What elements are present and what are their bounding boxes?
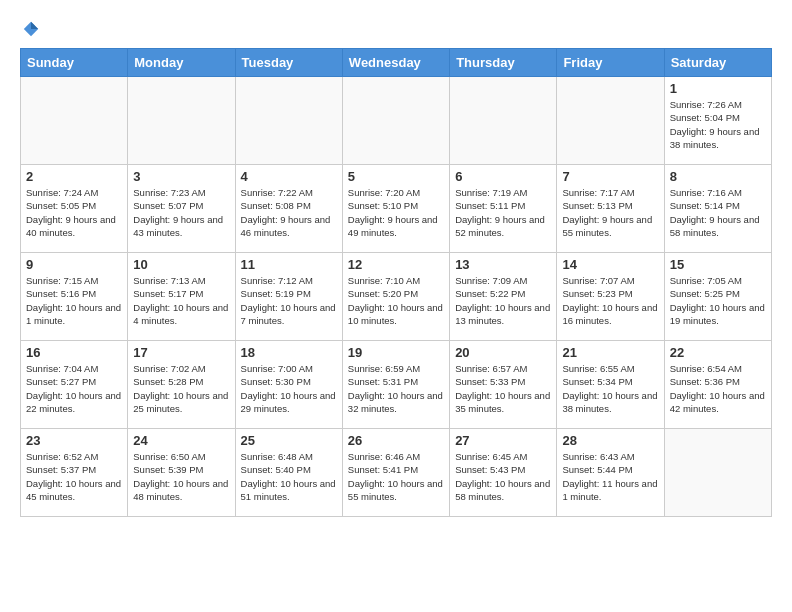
day-info: Sunrise: 7:12 AM Sunset: 5:19 PM Dayligh…: [241, 274, 337, 327]
calendar-week-row: 16Sunrise: 7:04 AM Sunset: 5:27 PM Dayli…: [21, 341, 772, 429]
day-info: Sunrise: 7:07 AM Sunset: 5:23 PM Dayligh…: [562, 274, 658, 327]
day-info: Sunrise: 7:24 AM Sunset: 5:05 PM Dayligh…: [26, 186, 122, 239]
day-number: 1: [670, 81, 766, 96]
calendar-cell: 26Sunrise: 6:46 AM Sunset: 5:41 PM Dayli…: [342, 429, 449, 517]
weekday-header-thursday: Thursday: [450, 49, 557, 77]
day-number: 27: [455, 433, 551, 448]
day-number: 24: [133, 433, 229, 448]
calendar-cell: 8Sunrise: 7:16 AM Sunset: 5:14 PM Daylig…: [664, 165, 771, 253]
day-info: Sunrise: 7:00 AM Sunset: 5:30 PM Dayligh…: [241, 362, 337, 415]
svg-marker-1: [31, 22, 38, 29]
day-number: 15: [670, 257, 766, 272]
day-number: 10: [133, 257, 229, 272]
calendar-cell: 11Sunrise: 7:12 AM Sunset: 5:19 PM Dayli…: [235, 253, 342, 341]
weekday-header-friday: Friday: [557, 49, 664, 77]
day-number: 7: [562, 169, 658, 184]
calendar-cell: 17Sunrise: 7:02 AM Sunset: 5:28 PM Dayli…: [128, 341, 235, 429]
page-header: [20, 20, 772, 38]
day-number: 9: [26, 257, 122, 272]
weekday-header-tuesday: Tuesday: [235, 49, 342, 77]
calendar-cell: [450, 77, 557, 165]
weekday-header-saturday: Saturday: [664, 49, 771, 77]
calendar-cell: 19Sunrise: 6:59 AM Sunset: 5:31 PM Dayli…: [342, 341, 449, 429]
day-info: Sunrise: 6:48 AM Sunset: 5:40 PM Dayligh…: [241, 450, 337, 503]
calendar-cell: [235, 77, 342, 165]
day-info: Sunrise: 7:13 AM Sunset: 5:17 PM Dayligh…: [133, 274, 229, 327]
calendar-cell: [557, 77, 664, 165]
calendar-cell: 27Sunrise: 6:45 AM Sunset: 5:43 PM Dayli…: [450, 429, 557, 517]
day-number: 23: [26, 433, 122, 448]
day-info: Sunrise: 7:15 AM Sunset: 5:16 PM Dayligh…: [26, 274, 122, 327]
calendar-cell: [664, 429, 771, 517]
day-number: 6: [455, 169, 551, 184]
day-number: 2: [26, 169, 122, 184]
day-info: Sunrise: 6:54 AM Sunset: 5:36 PM Dayligh…: [670, 362, 766, 415]
day-info: Sunrise: 7:26 AM Sunset: 5:04 PM Dayligh…: [670, 98, 766, 151]
calendar-cell: 2Sunrise: 7:24 AM Sunset: 5:05 PM Daylig…: [21, 165, 128, 253]
day-number: 19: [348, 345, 444, 360]
day-info: Sunrise: 7:16 AM Sunset: 5:14 PM Dayligh…: [670, 186, 766, 239]
calendar-cell: 21Sunrise: 6:55 AM Sunset: 5:34 PM Dayli…: [557, 341, 664, 429]
calendar-cell: 6Sunrise: 7:19 AM Sunset: 5:11 PM Daylig…: [450, 165, 557, 253]
calendar-week-row: 23Sunrise: 6:52 AM Sunset: 5:37 PM Dayli…: [21, 429, 772, 517]
calendar-table: SundayMondayTuesdayWednesdayThursdayFrid…: [20, 48, 772, 517]
day-number: 17: [133, 345, 229, 360]
calendar-cell: [128, 77, 235, 165]
day-number: 25: [241, 433, 337, 448]
day-number: 12: [348, 257, 444, 272]
calendar-cell: 12Sunrise: 7:10 AM Sunset: 5:20 PM Dayli…: [342, 253, 449, 341]
calendar-cell: 10Sunrise: 7:13 AM Sunset: 5:17 PM Dayli…: [128, 253, 235, 341]
calendar-cell: 23Sunrise: 6:52 AM Sunset: 5:37 PM Dayli…: [21, 429, 128, 517]
calendar-week-row: 1Sunrise: 7:26 AM Sunset: 5:04 PM Daylig…: [21, 77, 772, 165]
day-info: Sunrise: 7:17 AM Sunset: 5:13 PM Dayligh…: [562, 186, 658, 239]
day-info: Sunrise: 7:19 AM Sunset: 5:11 PM Dayligh…: [455, 186, 551, 239]
calendar-cell: 7Sunrise: 7:17 AM Sunset: 5:13 PM Daylig…: [557, 165, 664, 253]
day-info: Sunrise: 7:04 AM Sunset: 5:27 PM Dayligh…: [26, 362, 122, 415]
day-number: 5: [348, 169, 444, 184]
day-info: Sunrise: 6:55 AM Sunset: 5:34 PM Dayligh…: [562, 362, 658, 415]
day-number: 14: [562, 257, 658, 272]
calendar-cell: [21, 77, 128, 165]
calendar-cell: 24Sunrise: 6:50 AM Sunset: 5:39 PM Dayli…: [128, 429, 235, 517]
day-number: 22: [670, 345, 766, 360]
day-number: 3: [133, 169, 229, 184]
day-info: Sunrise: 6:46 AM Sunset: 5:41 PM Dayligh…: [348, 450, 444, 503]
logo-icon: [22, 20, 40, 38]
day-number: 8: [670, 169, 766, 184]
day-info: Sunrise: 7:05 AM Sunset: 5:25 PM Dayligh…: [670, 274, 766, 327]
calendar-cell: 1Sunrise: 7:26 AM Sunset: 5:04 PM Daylig…: [664, 77, 771, 165]
day-info: Sunrise: 6:57 AM Sunset: 5:33 PM Dayligh…: [455, 362, 551, 415]
day-info: Sunrise: 6:45 AM Sunset: 5:43 PM Dayligh…: [455, 450, 551, 503]
calendar-cell: 22Sunrise: 6:54 AM Sunset: 5:36 PM Dayli…: [664, 341, 771, 429]
day-number: 11: [241, 257, 337, 272]
day-info: Sunrise: 6:43 AM Sunset: 5:44 PM Dayligh…: [562, 450, 658, 503]
calendar-cell: 16Sunrise: 7:04 AM Sunset: 5:27 PM Dayli…: [21, 341, 128, 429]
day-info: Sunrise: 6:50 AM Sunset: 5:39 PM Dayligh…: [133, 450, 229, 503]
day-info: Sunrise: 6:59 AM Sunset: 5:31 PM Dayligh…: [348, 362, 444, 415]
day-number: 13: [455, 257, 551, 272]
logo: [20, 20, 40, 38]
calendar-cell: 20Sunrise: 6:57 AM Sunset: 5:33 PM Dayli…: [450, 341, 557, 429]
day-info: Sunrise: 7:02 AM Sunset: 5:28 PM Dayligh…: [133, 362, 229, 415]
day-info: Sunrise: 7:20 AM Sunset: 5:10 PM Dayligh…: [348, 186, 444, 239]
calendar-cell: 3Sunrise: 7:23 AM Sunset: 5:07 PM Daylig…: [128, 165, 235, 253]
day-info: Sunrise: 7:23 AM Sunset: 5:07 PM Dayligh…: [133, 186, 229, 239]
weekday-header-monday: Monday: [128, 49, 235, 77]
calendar-cell: 4Sunrise: 7:22 AM Sunset: 5:08 PM Daylig…: [235, 165, 342, 253]
calendar-cell: 15Sunrise: 7:05 AM Sunset: 5:25 PM Dayli…: [664, 253, 771, 341]
calendar-cell: 9Sunrise: 7:15 AM Sunset: 5:16 PM Daylig…: [21, 253, 128, 341]
day-number: 28: [562, 433, 658, 448]
day-number: 26: [348, 433, 444, 448]
calendar-cell: 5Sunrise: 7:20 AM Sunset: 5:10 PM Daylig…: [342, 165, 449, 253]
day-info: Sunrise: 7:22 AM Sunset: 5:08 PM Dayligh…: [241, 186, 337, 239]
day-number: 4: [241, 169, 337, 184]
calendar-cell: 13Sunrise: 7:09 AM Sunset: 5:22 PM Dayli…: [450, 253, 557, 341]
day-number: 20: [455, 345, 551, 360]
day-number: 18: [241, 345, 337, 360]
calendar-cell: 14Sunrise: 7:07 AM Sunset: 5:23 PM Dayli…: [557, 253, 664, 341]
weekday-header-sunday: Sunday: [21, 49, 128, 77]
day-info: Sunrise: 7:10 AM Sunset: 5:20 PM Dayligh…: [348, 274, 444, 327]
day-number: 21: [562, 345, 658, 360]
day-info: Sunrise: 7:09 AM Sunset: 5:22 PM Dayligh…: [455, 274, 551, 327]
day-number: 16: [26, 345, 122, 360]
